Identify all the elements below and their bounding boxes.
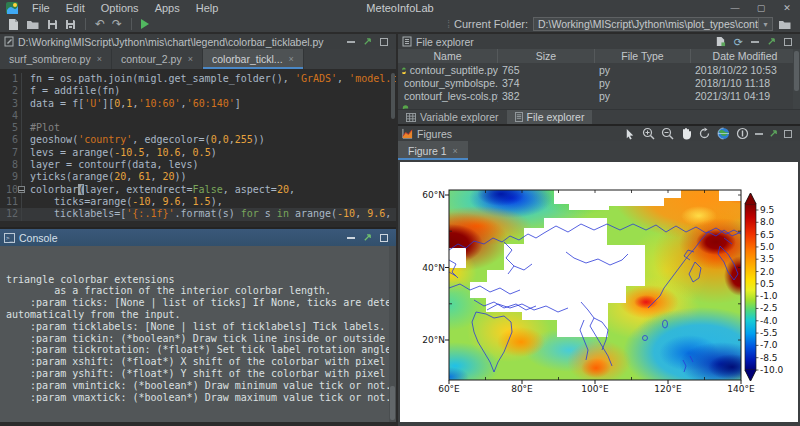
menu-items: FileEditOptionsAppsHelp xyxy=(24,2,226,14)
table-row[interactable]: contourf_levs-cols.py382py2021/3/11 04:1… xyxy=(398,89,800,102)
console-line: triangle colorbar extensions xyxy=(6,274,396,286)
identify-icon[interactable] xyxy=(736,127,749,140)
main-area: D:\Working\MIScript\Jython\mis\chart\leg… xyxy=(0,34,800,426)
close-icon[interactable]: × xyxy=(453,146,458,156)
window-controls: — ▢ ✕ xyxy=(722,3,800,13)
column-header[interactable]: Date Modified xyxy=(691,49,800,63)
panel-expand-icon[interactable] xyxy=(363,37,372,46)
file-table-header[interactable]: NameSizeFile TypeDate Modified xyxy=(398,49,800,63)
line-number: 8 xyxy=(0,159,22,171)
run-script-button[interactable] xyxy=(141,19,149,29)
explorer-tab-variable-explorer[interactable]: Variable explorer xyxy=(398,110,507,124)
code-line: 10colorbar(layer, extendrect=False, aspe… xyxy=(0,184,396,196)
panel-maximize-icon[interactable] xyxy=(784,130,792,138)
close-icon[interactable]: × xyxy=(289,54,294,64)
colorbar-tick-label: 9.5 xyxy=(760,205,774,215)
close-icon[interactable]: × xyxy=(188,54,193,64)
table-row[interactable]: contour_symbolspe...374py2018/1/10 11:18 xyxy=(398,76,800,89)
file-type-cell: py xyxy=(595,77,691,89)
line-number: 4 xyxy=(0,110,22,122)
explorer-tab-file-explorer[interactable]: File explorer xyxy=(507,110,593,124)
panel-expand-icon[interactable] xyxy=(767,37,776,46)
panel-expand-icon[interactable] xyxy=(769,129,778,138)
save-icon[interactable] xyxy=(47,19,58,30)
file-explorer-title-bar: File explorer ⟳ xyxy=(398,34,800,49)
figure-tab-label: Figure 1 xyxy=(408,145,447,157)
line-number: 3 xyxy=(0,98,22,110)
column-header[interactable]: Size xyxy=(498,49,595,63)
file-table-scrollbar[interactable] xyxy=(793,49,800,109)
file-icon xyxy=(515,112,523,122)
colorbar-tick-label: -8.5 xyxy=(760,353,778,363)
panel-maximize-icon[interactable] xyxy=(784,38,792,46)
table-row[interactable]: contour_suptitle.py765py2018/10/22 10:53 xyxy=(398,63,800,76)
x-tick-label: 60°E xyxy=(438,384,460,394)
file-type-cell: py xyxy=(595,64,691,76)
code-line: 9yticks(arange(20, 61, 20)) xyxy=(0,171,396,183)
panel-minimize-icon[interactable] xyxy=(751,41,759,43)
refresh-icon[interactable]: ⟳ xyxy=(734,37,743,47)
console-output[interactable]: triangle colorbar extensions as a fracti… xyxy=(0,246,396,422)
panel-maximize-icon[interactable] xyxy=(380,38,388,46)
colorbar-tick-label: -2.5 xyxy=(760,303,778,313)
figure-tab[interactable]: Figure 1 × xyxy=(398,141,468,160)
code-editor[interactable]: 1fn = os.path.join(migl.get_sample_folde… xyxy=(0,69,396,227)
editor-tab[interactable]: colorbar_tickl...× xyxy=(203,49,304,69)
current-folder-dropdown[interactable]: D:\Working\MIScript\Jython\mis\plot_type… xyxy=(533,17,773,31)
y-tick-label: 60°N xyxy=(422,190,445,200)
menu-options[interactable]: Options xyxy=(93,2,147,14)
select-cursor-icon[interactable] xyxy=(624,128,636,140)
menu-edit[interactable]: Edit xyxy=(58,2,93,14)
panel-minimize-icon[interactable] xyxy=(755,133,763,135)
figure-canvas[interactable]: 60°E80°E100°E120°E140°E 60°N40°N20°N 9.5… xyxy=(400,162,798,422)
open-folder-icon[interactable] xyxy=(26,19,40,30)
line-number: 2 xyxy=(0,85,22,97)
console-line: automatically from the input. xyxy=(6,309,396,321)
globe-icon[interactable] xyxy=(717,127,730,140)
save-as-icon[interactable] xyxy=(65,19,76,30)
file-explorer-icon xyxy=(402,36,412,47)
zoom-in-icon[interactable] xyxy=(642,127,655,140)
new-file-icon[interactable] xyxy=(8,18,19,31)
editor-tab[interactable]: surf_sombrero.py× xyxy=(0,49,112,69)
editor-tabs: surf_sombrero.py×contour_2.py×colorbar_t… xyxy=(0,49,396,69)
window-minimize-button[interactable]: — xyxy=(722,3,748,13)
panel-expand-icon[interactable] xyxy=(363,233,372,242)
undo-icon[interactable]: ↶ xyxy=(95,18,105,30)
editor-scrollbar[interactable] xyxy=(390,69,396,227)
new-file-icon[interactable] xyxy=(715,36,726,47)
chevron-down-icon[interactable]: ▾ xyxy=(758,18,772,30)
fold-icon[interactable] xyxy=(18,186,25,193)
pan-hand-icon[interactable] xyxy=(680,127,692,140)
editor-tab[interactable]: contour_2.py× xyxy=(112,49,203,69)
colorbar xyxy=(745,193,759,381)
window-maximize-button[interactable]: ▢ xyxy=(748,3,774,13)
console-line: :param ticks: [None | list of ticks] If … xyxy=(6,297,396,309)
code-line: 5#Plot xyxy=(0,122,396,134)
file-table: NameSizeFile TypeDate Modified contour_s… xyxy=(398,49,800,109)
column-header[interactable]: File Type xyxy=(595,49,691,63)
window-close-button[interactable]: ✕ xyxy=(774,3,800,13)
close-icon[interactable]: × xyxy=(97,54,102,64)
file-date-cell: 2018/10/22 10:53 xyxy=(691,64,800,76)
variable-grid-icon xyxy=(406,113,416,122)
panel-maximize-icon[interactable] xyxy=(380,234,388,242)
colorbar-tick-label: 2.0 xyxy=(760,267,775,277)
line-number: 9 xyxy=(0,171,22,183)
code-line: 2f = addfile(fn) xyxy=(0,85,396,97)
browse-folder-icon[interactable] xyxy=(778,19,792,30)
panel-minimize-icon[interactable] xyxy=(347,41,355,43)
rotate-icon[interactable] xyxy=(698,127,711,140)
panel-minimize-icon[interactable] xyxy=(347,237,355,239)
menu-help[interactable]: Help xyxy=(188,2,227,14)
zoom-out-icon[interactable] xyxy=(661,127,674,140)
console-line: :param tickin: (*boolean*) Draw tick lin… xyxy=(6,333,396,345)
colorbar-tick-label: 8.0 xyxy=(760,217,775,227)
menu-apps[interactable]: Apps xyxy=(147,2,188,14)
menu-file[interactable]: File xyxy=(24,2,58,14)
table-row-partial[interactable] xyxy=(398,102,800,109)
redo-icon[interactable]: ↷ xyxy=(112,18,122,30)
column-header[interactable]: Name xyxy=(398,49,498,63)
console-scrollbar[interactable] xyxy=(389,246,396,422)
colorbar-tick-label: -7.0 xyxy=(760,340,778,350)
